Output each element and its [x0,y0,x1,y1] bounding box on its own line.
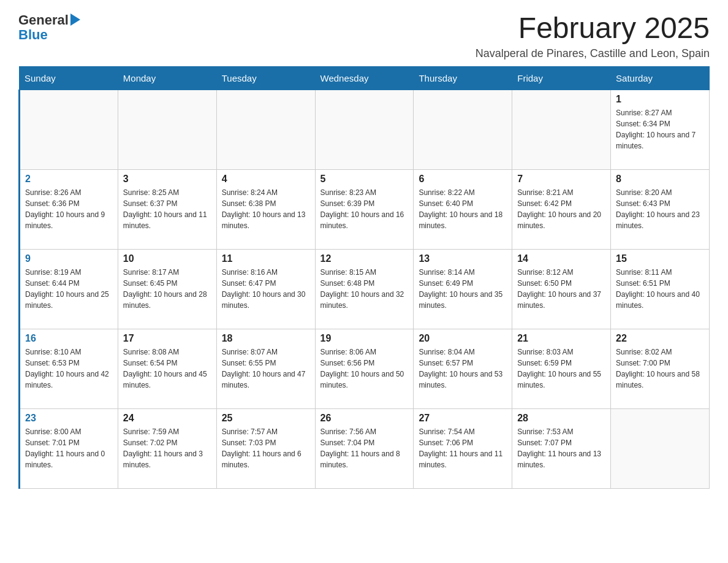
day-info: Sunrise: 8:24 AMSunset: 6:38 PMDaylight:… [222,187,310,231]
calendar-cell: 9Sunrise: 8:19 AMSunset: 6:44 PMDaylight… [20,249,118,329]
logo-text-blue: Blue [18,27,48,42]
calendar-cell [512,90,611,169]
calendar-cell: 21Sunrise: 8:03 AMSunset: 6:59 PMDayligh… [512,329,611,408]
day-number: 11 [222,253,310,264]
logo-arrow-icon [70,13,80,26]
svg-marker-0 [70,13,80,26]
calendar-cell: 5Sunrise: 8:23 AMSunset: 6:39 PMDaylight… [315,169,414,249]
calendar-header: SundayMondayTuesdayWednesdayThursdayFrid… [20,66,710,90]
day-number: 19 [320,333,409,344]
calendar-cell: 6Sunrise: 8:22 AMSunset: 6:40 PMDaylight… [414,169,512,249]
day-info: Sunrise: 8:02 AMSunset: 7:00 PMDaylight:… [616,347,704,391]
day-number: 1 [616,94,704,105]
day-number: 7 [517,174,605,185]
calendar-cell: 4Sunrise: 8:24 AMSunset: 6:38 PMDaylight… [216,169,315,249]
day-info: Sunrise: 8:26 AMSunset: 6:36 PMDaylight:… [25,187,113,231]
calendar-cell [611,408,710,488]
day-header-tuesday: Tuesday [216,66,315,90]
day-info: Sunrise: 8:08 AMSunset: 6:54 PMDaylight:… [123,347,211,391]
days-of-week-row: SundayMondayTuesdayWednesdayThursdayFrid… [20,66,710,90]
day-info: Sunrise: 8:10 AMSunset: 6:53 PMDaylight:… [25,347,113,391]
day-number: 28 [517,413,605,424]
calendar-cell [20,90,118,169]
day-number: 23 [25,413,113,424]
week-row-1: 1Sunrise: 8:27 AMSunset: 6:34 PMDaylight… [20,90,710,169]
calendar-table: SundayMondayTuesdayWednesdayThursdayFrid… [18,66,710,489]
week-row-5: 23Sunrise: 8:00 AMSunset: 7:01 PMDayligh… [20,408,710,488]
day-info: Sunrise: 8:17 AMSunset: 6:45 PMDaylight:… [123,267,211,311]
calendar-cell: 24Sunrise: 7:59 AMSunset: 7:02 PMDayligh… [118,408,216,488]
day-info: Sunrise: 8:21 AMSunset: 6:42 PMDaylight:… [517,187,605,231]
day-info: Sunrise: 8:19 AMSunset: 6:44 PMDaylight:… [25,267,113,311]
calendar-cell [118,90,216,169]
calendar-cell: 14Sunrise: 8:12 AMSunset: 6:50 PMDayligh… [512,249,611,329]
calendar-cell: 26Sunrise: 7:56 AMSunset: 7:04 PMDayligh… [315,408,414,488]
calendar-cell: 18Sunrise: 8:07 AMSunset: 6:55 PMDayligh… [216,329,315,408]
day-info: Sunrise: 8:07 AMSunset: 6:55 PMDaylight:… [222,347,310,391]
title-section: February 2025 Navalperal de Pinares, Cas… [476,12,710,60]
day-info: Sunrise: 8:27 AMSunset: 6:34 PMDaylight:… [616,107,704,151]
week-row-2: 2Sunrise: 8:26 AMSunset: 6:36 PMDaylight… [20,169,710,249]
calendar-subtitle: Navalperal de Pinares, Castille and Leon… [476,47,710,60]
day-info: Sunrise: 8:25 AMSunset: 6:37 PMDaylight:… [123,187,211,231]
day-number: 22 [616,333,704,344]
calendar-cell: 27Sunrise: 7:54 AMSunset: 7:06 PMDayligh… [414,408,512,488]
day-info: Sunrise: 7:57 AMSunset: 7:03 PMDaylight:… [222,426,310,470]
day-number: 26 [320,413,409,424]
calendar-body: 1Sunrise: 8:27 AMSunset: 6:34 PMDaylight… [20,90,710,488]
calendar-cell [315,90,414,169]
day-number: 4 [222,174,310,185]
day-number: 5 [320,174,409,185]
day-number: 18 [222,333,310,344]
day-number: 12 [320,253,409,264]
day-info: Sunrise: 8:20 AMSunset: 6:43 PMDaylight:… [616,187,704,231]
day-info: Sunrise: 8:14 AMSunset: 6:49 PMDaylight:… [419,267,507,311]
day-number: 25 [222,413,310,424]
calendar-cell [414,90,512,169]
day-number: 2 [25,174,113,185]
day-info: Sunrise: 8:16 AMSunset: 6:47 PMDaylight:… [222,267,310,311]
calendar-cell: 11Sunrise: 8:16 AMSunset: 6:47 PMDayligh… [216,249,315,329]
calendar-cell: 19Sunrise: 8:06 AMSunset: 6:56 PMDayligh… [315,329,414,408]
day-info: Sunrise: 7:59 AMSunset: 7:02 PMDaylight:… [123,426,211,470]
day-number: 6 [419,174,507,185]
day-info: Sunrise: 8:22 AMSunset: 6:40 PMDaylight:… [419,187,507,231]
day-info: Sunrise: 7:56 AMSunset: 7:04 PMDaylight:… [320,426,409,470]
day-info: Sunrise: 8:00 AMSunset: 7:01 PMDaylight:… [25,426,113,470]
calendar-cell: 7Sunrise: 8:21 AMSunset: 6:42 PMDaylight… [512,169,611,249]
day-number: 27 [419,413,507,424]
week-row-4: 16Sunrise: 8:10 AMSunset: 6:53 PMDayligh… [20,329,710,408]
calendar-cell: 23Sunrise: 8:00 AMSunset: 7:01 PMDayligh… [20,408,118,488]
day-info: Sunrise: 8:03 AMSunset: 6:59 PMDaylight:… [517,347,605,391]
day-number: 21 [517,333,605,344]
day-number: 24 [123,413,211,424]
calendar-title: February 2025 [476,12,710,45]
day-info: Sunrise: 8:11 AMSunset: 6:51 PMDaylight:… [616,267,704,311]
calendar-cell: 10Sunrise: 8:17 AMSunset: 6:45 PMDayligh… [118,249,216,329]
day-info: Sunrise: 8:12 AMSunset: 6:50 PMDaylight:… [517,267,605,311]
day-number: 20 [419,333,507,344]
calendar-cell: 28Sunrise: 7:53 AMSunset: 7:07 PMDayligh… [512,408,611,488]
day-number: 15 [616,253,704,264]
week-row-3: 9Sunrise: 8:19 AMSunset: 6:44 PMDaylight… [20,249,710,329]
logo-text-general: General [18,13,69,27]
day-number: 10 [123,253,211,264]
calendar-cell: 8Sunrise: 8:20 AMSunset: 6:43 PMDaylight… [611,169,710,249]
calendar-cell: 22Sunrise: 8:02 AMSunset: 7:00 PMDayligh… [611,329,710,408]
day-header-wednesday: Wednesday [315,66,414,90]
day-number: 8 [616,174,704,185]
logo: General Blue [18,12,80,42]
day-number: 16 [25,333,113,344]
calendar-cell: 20Sunrise: 8:04 AMSunset: 6:57 PMDayligh… [414,329,512,408]
day-info: Sunrise: 8:23 AMSunset: 6:39 PMDaylight:… [320,187,409,231]
day-header-monday: Monday [118,66,216,90]
day-number: 9 [25,253,113,264]
calendar-cell: 17Sunrise: 8:08 AMSunset: 6:54 PMDayligh… [118,329,216,408]
day-info: Sunrise: 8:04 AMSunset: 6:57 PMDaylight:… [419,347,507,391]
day-header-thursday: Thursday [414,66,512,90]
calendar-cell: 12Sunrise: 8:15 AMSunset: 6:48 PMDayligh… [315,249,414,329]
day-info: Sunrise: 7:54 AMSunset: 7:06 PMDaylight:… [419,426,507,470]
day-number: 17 [123,333,211,344]
calendar-cell: 13Sunrise: 8:14 AMSunset: 6:49 PMDayligh… [414,249,512,329]
day-number: 3 [123,174,211,185]
